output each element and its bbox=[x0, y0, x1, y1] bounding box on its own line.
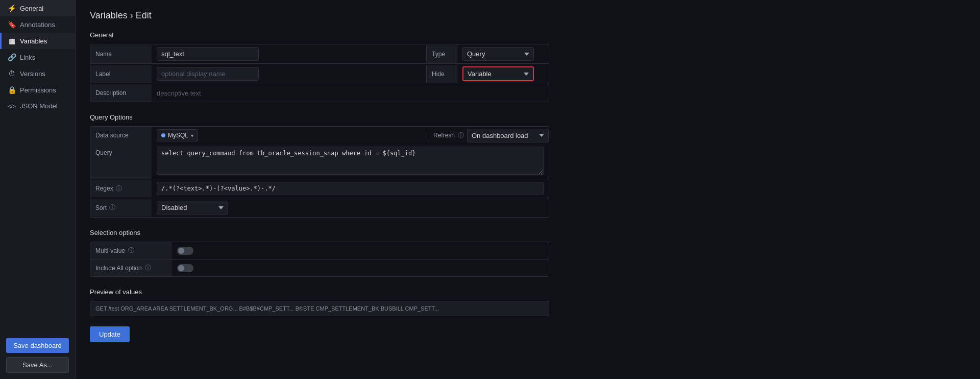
sidebar-item-label: Permissions bbox=[20, 86, 56, 94]
datasource-dot bbox=[161, 133, 165, 137]
general-icon: ⚡ bbox=[8, 4, 16, 12]
toggle-knob bbox=[178, 248, 184, 254]
refresh-info-icon: ⓘ bbox=[458, 131, 464, 140]
sidebar-item-label: Versions bbox=[20, 70, 45, 78]
regex-value bbox=[152, 179, 549, 198]
sidebar-item-links[interactable]: 🔗 Links bbox=[0, 49, 75, 65]
sort-value: Disabled bbox=[152, 198, 549, 217]
toggle-knob-2 bbox=[178, 265, 184, 271]
selection-options-heading: Selection options bbox=[90, 229, 966, 236]
general-section-heading: General bbox=[90, 31, 966, 39]
annotations-icon: 🔖 bbox=[8, 20, 16, 29]
sidebar-buttons: Save dashboard Save As... bbox=[0, 332, 75, 379]
query-textarea[interactable]: select query_command from tb_oracle_sess… bbox=[157, 147, 544, 175]
datasource-refresh-row: Data source MySQL ▾ Refresh ⓘ On dashboa… bbox=[90, 126, 549, 144]
regex-input[interactable] bbox=[157, 182, 544, 195]
query-label: Query bbox=[90, 144, 152, 179]
name-input[interactable] bbox=[157, 47, 259, 61]
include-all-info-icon: ⓘ bbox=[145, 264, 151, 272]
multi-value-toggle-container bbox=[172, 244, 549, 258]
type-label: Type bbox=[426, 45, 457, 63]
save-dashboard-button[interactable]: Save dashboard bbox=[6, 338, 69, 353]
sidebar-item-label: JSON Model bbox=[20, 102, 58, 110]
save-as-button[interactable]: Save As... bbox=[6, 357, 69, 373]
include-all-toggle[interactable] bbox=[177, 264, 193, 272]
query-options-heading: Query Options bbox=[90, 113, 966, 121]
multi-value-toggle[interactable] bbox=[177, 247, 193, 255]
links-icon: 🔗 bbox=[8, 53, 16, 61]
include-all-toggle-container bbox=[172, 261, 549, 275]
description-label: Description bbox=[90, 84, 152, 102]
include-all-row: Include All option ⓘ bbox=[90, 259, 549, 276]
preview-values: GET /test ORG_AREA AREA SETTLEMENT_BK_OR… bbox=[90, 301, 549, 316]
sidebar-item-general[interactable]: ⚡ General bbox=[0, 0, 75, 16]
multi-value-row: Multi-value ⓘ bbox=[90, 242, 549, 259]
selection-section: Multi-value ⓘ Include All option ⓘ bbox=[90, 242, 549, 277]
sidebar: ⚡ General 🔖 Annotations ▦ Variables 🔗 Li… bbox=[0, 0, 76, 379]
preview-heading: Preview of values bbox=[90, 288, 966, 296]
sidebar-item-label: General bbox=[20, 5, 43, 12]
json-model-icon: </> bbox=[8, 103, 16, 109]
general-form: Name Type Query Label Hide Variable bbox=[90, 44, 549, 102]
query-row: Query select query_command from tb_oracl… bbox=[90, 144, 549, 179]
label-input[interactable] bbox=[157, 67, 259, 81]
hide-select[interactable]: Variable bbox=[462, 66, 534, 81]
label-label: Label bbox=[90, 65, 152, 83]
sidebar-item-permissions[interactable]: 🔒 Permissions bbox=[0, 82, 75, 98]
hide-label: Hide bbox=[426, 65, 457, 83]
type-select[interactable]: Query bbox=[462, 47, 534, 61]
sidebar-item-label: Annotations bbox=[20, 21, 55, 29]
main-content: Variables › Edit General Name Type Query… bbox=[76, 0, 980, 379]
sidebar-item-label: Variables bbox=[20, 37, 47, 45]
datasource-chevron: ▾ bbox=[191, 133, 193, 138]
refresh-section: Refresh ⓘ On dashboard load bbox=[427, 129, 549, 143]
label-hide-row: Label Hide Variable bbox=[90, 64, 549, 84]
name-type-row: Name Type Query bbox=[90, 44, 549, 64]
datasource-value: MySQL ▾ bbox=[152, 127, 425, 144]
versions-icon: ⏱ bbox=[8, 69, 16, 78]
regex-info-icon: ⓘ bbox=[116, 184, 122, 193]
datasource-label: Data source bbox=[90, 127, 152, 144]
include-all-label: Include All option ⓘ bbox=[90, 259, 172, 276]
sort-label: Sort ⓘ bbox=[90, 199, 152, 217]
sidebar-item-label: Links bbox=[20, 54, 35, 61]
label-value bbox=[152, 64, 426, 83]
sidebar-item-variables[interactable]: ▦ Variables bbox=[0, 33, 75, 49]
permissions-icon: 🔒 bbox=[8, 86, 16, 94]
sort-select[interactable]: Disabled bbox=[157, 201, 228, 215]
sidebar-item-json-model[interactable]: </> JSON Model bbox=[0, 98, 75, 114]
description-value bbox=[152, 87, 549, 100]
sort-row: Sort ⓘ Disabled bbox=[90, 198, 549, 218]
refresh-select[interactable]: On dashboard load bbox=[467, 129, 549, 143]
description-input[interactable] bbox=[157, 89, 544, 97]
sidebar-item-versions[interactable]: ⏱ Versions bbox=[0, 65, 75, 82]
multi-value-label: Multi-value ⓘ bbox=[90, 242, 172, 259]
refresh-label: Refresh bbox=[433, 132, 455, 139]
selection-inner: Multi-value ⓘ Include All option ⓘ bbox=[90, 242, 549, 277]
description-row: Description bbox=[90, 84, 549, 102]
page-title: Variables › Edit bbox=[90, 10, 966, 21]
sidebar-item-annotations[interactable]: 🔖 Annotations bbox=[0, 16, 75, 33]
variables-icon: ▦ bbox=[8, 37, 16, 45]
multi-value-info-icon: ⓘ bbox=[128, 246, 134, 255]
regex-row: Regex ⓘ bbox=[90, 179, 549, 198]
query-options-form: Data source MySQL ▾ Refresh ⓘ On dashboa… bbox=[90, 126, 549, 218]
query-value: select query_command from tb_oracle_sess… bbox=[152, 144, 549, 179]
datasource-name: MySQL bbox=[168, 132, 188, 139]
hide-value: Variable bbox=[457, 64, 549, 84]
regex-label: Regex ⓘ bbox=[90, 180, 152, 197]
preview-section: GET /test ORG_AREA AREA SETTLEMENT_BK_OR… bbox=[90, 301, 549, 316]
type-value: Query bbox=[457, 44, 549, 63]
update-button[interactable]: Update bbox=[90, 326, 130, 342]
name-label: Name bbox=[90, 45, 152, 63]
name-value bbox=[152, 44, 426, 63]
datasource-badge[interactable]: MySQL ▾ bbox=[157, 129, 198, 141]
sort-info-icon: ⓘ bbox=[109, 203, 115, 212]
